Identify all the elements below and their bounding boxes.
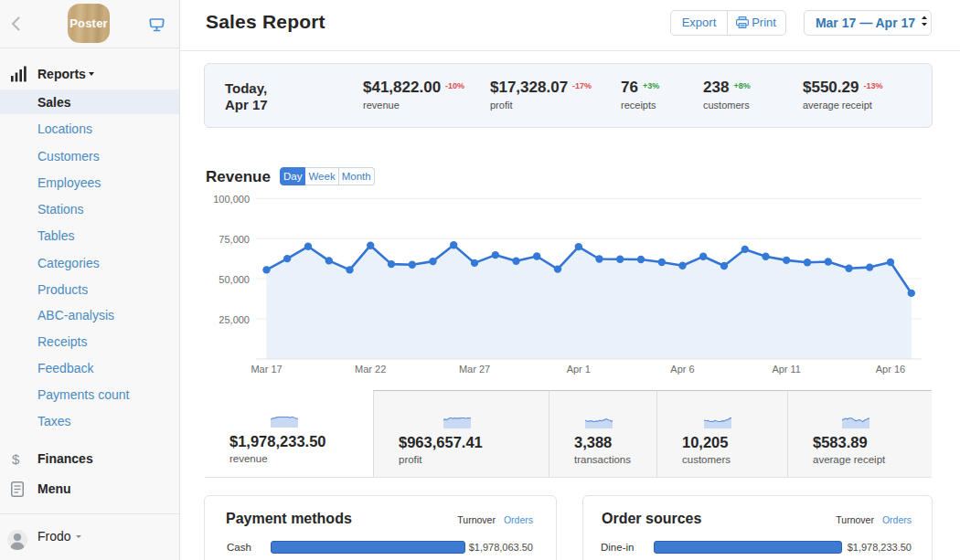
svg-text:Mar 17: Mar 17 (251, 364, 282, 375)
svg-text:75,000: 75,000 (219, 234, 250, 245)
svg-text:Apr 11: Apr 11 (772, 364, 801, 375)
svg-text:50,000: 50,000 (219, 274, 250, 285)
svg-text:25,000: 25,000 (219, 314, 250, 325)
svg-text:Apr 6: Apr 6 (670, 364, 694, 375)
svg-text:Apr 16: Apr 16 (876, 364, 905, 375)
svg-text:Mar 22: Mar 22 (355, 364, 386, 375)
svg-text:Mar 27: Mar 27 (459, 364, 490, 375)
svg-text:100,000: 100,000 (213, 194, 250, 205)
svg-text:Apr 1: Apr 1 (567, 364, 591, 375)
